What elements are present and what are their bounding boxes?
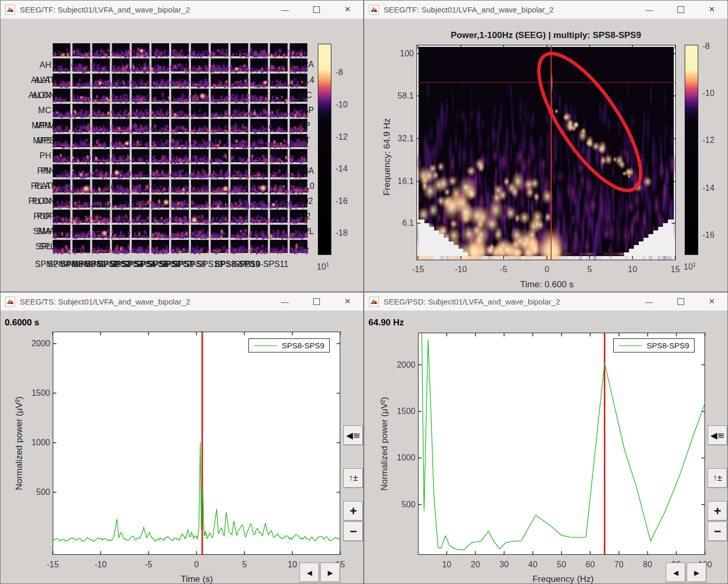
x-tick-label: 50	[557, 560, 566, 569]
x-tick-label: 10	[442, 560, 451, 569]
flip-page-button[interactable]: ◀≋	[708, 425, 727, 445]
maximize-icon	[677, 6, 684, 13]
close-button[interactable]: ✕	[696, 293, 727, 310]
zoom-out-button[interactable]: −	[343, 521, 363, 541]
y-tick-label: 16.1	[398, 177, 414, 186]
colorbar[interactable]	[318, 44, 331, 255]
x-tick-label: 5	[588, 265, 592, 274]
legend[interactable]: SPS8-SPS9	[248, 338, 330, 352]
channel-label-fragment: HT	[299, 136, 310, 145]
x-axis-label: Frequency (Hz)	[532, 574, 593, 584]
psd-plot[interactable]	[418, 333, 705, 555]
previous-button[interactable]: ◀	[666, 563, 686, 582]
channel-row-label: POP	[1, 212, 51, 221]
plot-title: Power,1-100Hz (SEEG) | multiply: SPS8-SP…	[451, 30, 641, 41]
colorbar-tick-label: -8	[702, 42, 710, 51]
close-button[interactable]: ✕	[696, 1, 727, 18]
gain-button[interactable]: ↑±	[343, 468, 363, 488]
colorbar-tick-label: -10	[702, 89, 714, 98]
minimize-button[interactable]: —	[269, 1, 301, 18]
maximize-button[interactable]	[665, 293, 696, 310]
x-tick-label: 40	[528, 560, 538, 569]
channel-row-label: MPM	[1, 121, 51, 130]
channel-label-fragment: NL0	[299, 181, 314, 191]
frequency-cursor-label: 64.90 Hz	[368, 318, 404, 328]
channel-label-fragment: NL4	[299, 76, 314, 85]
flip-page-button[interactable]: ◀≋	[343, 425, 363, 445]
zoom-in-button[interactable]: +	[708, 501, 727, 521]
matlab-icon	[5, 5, 15, 15]
x-tick-label: -5	[145, 560, 152, 569]
channel-label-fragment: IN	[299, 151, 307, 161]
time-series-plot[interactable]	[53, 332, 340, 555]
y-tick-label: 6.1	[402, 218, 414, 228]
titlebar[interactable]: SEEG/PSD: Subject01/LVFA_and_wave_bipola…	[364, 293, 727, 311]
x-tick-label: 10	[628, 265, 637, 274]
colorbar-tick-label: -10	[336, 100, 348, 110]
minimize-button[interactable]: —	[634, 1, 665, 18]
colorbar[interactable]	[685, 45, 698, 255]
y-tick-label: 1000	[397, 453, 415, 463]
x-tick-label: -15	[46, 560, 58, 569]
titlebar[interactable]: SEEG/TF: Subject01/LVFA_and_wave_bipolar…	[364, 1, 727, 19]
colorbar-exponent: 101	[684, 261, 696, 272]
x-axis-channel-label: SPS10-SPS11	[234, 260, 289, 269]
gain-button[interactable]: ↑±	[708, 468, 727, 488]
y-axis-label: Frequency: 64.9 Hz	[382, 118, 392, 196]
time-cursor-label: 0.6000 s	[5, 318, 39, 328]
x-tick-label: -5	[500, 265, 507, 274]
channel-row-label: ALAT	[1, 76, 51, 85]
channel-row-label: PLON	[1, 197, 51, 206]
matlab-icon	[369, 5, 379, 15]
titlebar[interactable]: SEEG/TF: Subject01/LVFA_and_wave_bipolar…	[1, 1, 363, 19]
channel-row-label: SMA	[1, 227, 51, 236]
channel-label-fragment: 5PL	[299, 227, 314, 236]
zoom-in-button[interactable]: +	[343, 501, 363, 521]
channel-label-fragment: 12A	[299, 60, 314, 69]
maximize-button[interactable]	[301, 1, 332, 18]
next-button[interactable]: ▶	[320, 563, 340, 582]
titlebar[interactable]: SEEG/TS: Subject01/LVFA_and_wave_bipolar…	[1, 293, 363, 311]
close-button[interactable]: ✕	[332, 1, 363, 18]
colorbar-tick-label: -14	[336, 164, 348, 174]
close-button[interactable]: ✕	[332, 293, 363, 310]
channel-label-fragment: P1	[299, 241, 309, 251]
colorbar-tick-label: -12	[336, 132, 348, 142]
next-button[interactable]: ▶	[687, 563, 707, 582]
previous-button[interactable]: ◀	[300, 563, 319, 582]
x-tick-label: 0	[545, 265, 550, 274]
channel-row-label: MC	[1, 106, 51, 115]
y-tick-label: 500	[401, 500, 415, 509]
channel-label-fragment: 102	[299, 197, 313, 206]
x-tick-label: 5	[242, 560, 247, 569]
maximize-icon	[313, 6, 320, 13]
zoom-out-button[interactable]: −	[708, 521, 727, 541]
y-tick-label: 1000	[31, 438, 50, 447]
channel-row-label: PH	[1, 151, 51, 161]
maximize-icon	[677, 298, 684, 305]
x-tick-label: -10	[94, 560, 106, 569]
legend-channel-name: SPS8-SPS9	[282, 341, 325, 350]
x-tick-label: 70	[614, 560, 624, 569]
channel-label-fragment: 15P	[299, 106, 314, 115]
maximize-button[interactable]	[301, 293, 332, 310]
channel-row-label: MPS	[1, 136, 51, 145]
x-axis-label: Time (s)	[181, 574, 213, 584]
minimize-button[interactable]: —	[634, 293, 665, 310]
window-seeg-psd: SEEG/PSD: Subject01/LVFA_and_wave_bipola…	[364, 292, 728, 584]
window-title: SEEG/TF: Subject01/LVFA_and_wave_bipolar…	[20, 5, 190, 14]
minimize-button[interactable]: —	[269, 293, 301, 310]
tf-spectrogram[interactable]	[416, 45, 676, 260]
channel-row-label: SPL	[1, 242, 51, 251]
y-tick-label: 500	[36, 488, 50, 497]
tf-grid-heatmaps[interactable]	[53, 43, 309, 255]
y-tick-label: 58.1	[398, 91, 414, 101]
channel-label-fragment: M2	[299, 212, 311, 221]
y-tick-label: 100	[400, 49, 414, 58]
colorbar-tick-label: -18	[336, 228, 348, 238]
y-tick-label: 2000	[31, 339, 50, 348]
legend[interactable]: SPS8-SPS9	[613, 338, 695, 352]
channel-label-fragment: MC	[299, 91, 312, 100]
maximize-button[interactable]	[665, 1, 696, 18]
y-axis-label: Normalized power (μV²)	[379, 397, 390, 491]
